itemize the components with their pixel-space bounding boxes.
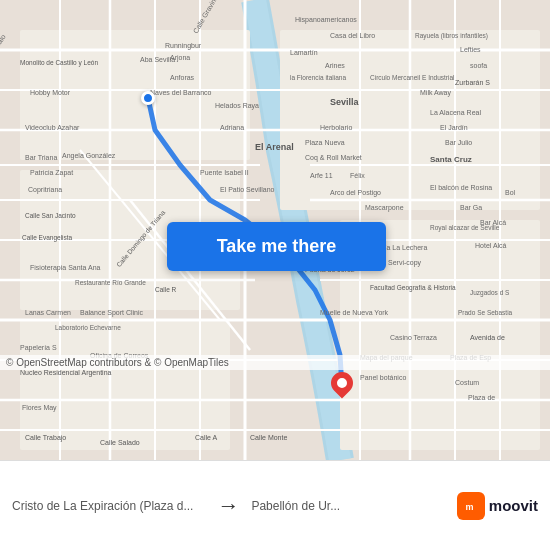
route-arrow: → [217, 493, 239, 519]
destination-label: Pabellón de Ur... [251, 499, 444, 513]
origin-marker [141, 91, 155, 105]
take-me-there-button[interactable]: Take me there [167, 222, 386, 271]
svg-text:Bar Julio: Bar Julio [445, 139, 472, 146]
svg-text:Milk Away: Milk Away [420, 89, 451, 97]
svg-text:El Patio Sevillano: El Patio Sevillano [220, 186, 275, 193]
svg-text:Costum: Costum [455, 379, 479, 386]
destination-label-container: Pabellón de Ur... [251, 499, 444, 513]
origin-label-container: Cristo de La Expiración (Plaza d... [12, 499, 205, 513]
svg-text:Calle Salado: Calle Salado [100, 439, 140, 446]
svg-text:Anforas: Anforas [170, 74, 195, 81]
svg-text:Servi-copy: Servi-copy [388, 259, 422, 267]
svg-text:Videoclub Azahar: Videoclub Azahar [25, 124, 80, 131]
svg-text:soofa: soofa [470, 62, 487, 69]
svg-text:Flores May: Flores May [22, 404, 57, 412]
svg-text:Calle R: Calle R [155, 286, 177, 293]
svg-text:Mascarpone: Mascarpone [365, 204, 404, 212]
svg-text:El Jardín: El Jardín [440, 124, 468, 131]
svg-text:Herbolario: Herbolario [320, 124, 352, 131]
copyright-notice: © OpenStreetMap contributors & © OpenMap… [0, 355, 550, 370]
svg-text:Casa del Libro: Casa del Libro [330, 32, 375, 39]
svg-text:Sevilla: Sevilla [330, 97, 360, 107]
svg-text:Calle Evangelista: Calle Evangelista [22, 234, 73, 242]
svg-text:Panel botánico: Panel botánico [360, 374, 406, 381]
svg-text:Lanas Carmen: Lanas Carmen [25, 309, 71, 316]
svg-text:Copritriana: Copritriana [28, 186, 62, 194]
svg-text:Arfe 11: Arfe 11 [310, 172, 333, 179]
svg-text:El Arenal: El Arenal [255, 142, 294, 152]
svg-text:Circulo Mercaneil E Industrial: Circulo Mercaneil E Industrial [370, 74, 455, 81]
moovit-logo: m moovit [457, 492, 538, 520]
svg-text:Muelle de Nueva York: Muelle de Nueva York [320, 309, 389, 316]
svg-text:Calle Monte: Calle Monte [250, 434, 287, 441]
svg-text:Bar Triana: Bar Triana [25, 154, 57, 161]
svg-text:El balcón de Rosina: El balcón de Rosina [430, 184, 492, 191]
svg-text:Helados Raya: Helados Raya [215, 102, 259, 110]
svg-text:Monolito de Castillo y León: Monolito de Castillo y León [20, 59, 98, 67]
svg-text:Prado Se Sebastia: Prado Se Sebastia [458, 309, 513, 316]
svg-text:Fisioterapia Santa Ana: Fisioterapia Santa Ana [30, 264, 101, 272]
svg-text:Plaza de: Plaza de [468, 394, 495, 401]
bottom-bar: Cristo de La Expiración (Plaza d... → Pa… [0, 460, 550, 550]
svg-text:Balance Sport Clinic: Balance Sport Clinic [80, 309, 144, 317]
svg-text:Lamartín: Lamartín [290, 49, 318, 56]
svg-text:Arines: Arines [325, 62, 345, 69]
svg-text:Avenida de: Avenida de [470, 334, 505, 341]
svg-text:Bar Ga: Bar Ga [460, 204, 482, 211]
svg-text:Aba Sevilla: Aba Sevilla [140, 56, 175, 63]
svg-text:Calle San Jacinto: Calle San Jacinto [25, 212, 76, 219]
svg-text:Runningbur: Runningbur [165, 42, 202, 50]
svg-text:Santa Cruz: Santa Cruz [430, 155, 472, 164]
svg-text:Royal alcazar de Seville: Royal alcazar de Seville [430, 224, 500, 232]
svg-text:Rayuela (libros infantiles): Rayuela (libros infantiles) [415, 32, 488, 40]
svg-text:Papelería S: Papelería S [20, 344, 57, 352]
moovit-svg: m [462, 497, 480, 515]
svg-text:Calle A: Calle A [195, 434, 218, 441]
svg-text:Lefties: Lefties [460, 46, 481, 53]
moovit-text: moovit [489, 497, 538, 514]
svg-text:la Florencia italiana: la Florencia italiana [290, 74, 346, 81]
svg-text:Plaza Nueva: Plaza Nueva [305, 139, 345, 146]
origin-label: Cristo de La Expiración (Plaza d... [12, 499, 205, 513]
svg-text:m: m [465, 501, 473, 511]
svg-text:Juzgados d S: Juzgados d S [470, 289, 510, 297]
svg-text:Angela González: Angela González [62, 152, 116, 160]
svg-text:Arco del Postigo: Arco del Postigo [330, 189, 381, 197]
svg-text:Facultad Geografía & Historia: Facultad Geografía & Historia [370, 284, 456, 292]
svg-text:Laboratorio Echevarne: Laboratorio Echevarne [55, 324, 121, 331]
svg-text:Coq & Roll Market: Coq & Roll Market [305, 154, 362, 162]
svg-text:Puente Isabel II: Puente Isabel II [200, 169, 249, 176]
svg-text:Zurbarán S: Zurbarán S [455, 79, 490, 86]
svg-text:Naves del Barranco: Naves del Barranco [150, 89, 212, 96]
moovit-icon: m [457, 492, 485, 520]
map-container: Hispanoamericanos Casa del Libro Rayuela… [0, 0, 550, 460]
svg-text:Félix: Félix [350, 172, 365, 179]
svg-text:Nucleo Residencial Argentina: Nucleo Residencial Argentina [20, 369, 112, 377]
svg-text:Restaurante Río Grande: Restaurante Río Grande [75, 279, 146, 286]
svg-text:Hotel Alcá: Hotel Alcá [475, 242, 507, 249]
svg-text:Calle Trabajo: Calle Trabajo [25, 434, 66, 442]
svg-text:Bol: Bol [505, 189, 516, 196]
svg-text:Casino Terraza: Casino Terraza [390, 334, 437, 341]
svg-text:Patricia Zapat: Patricia Zapat [30, 169, 73, 177]
svg-text:La Alacena Real: La Alacena Real [430, 109, 481, 116]
svg-text:Adriana: Adriana [220, 124, 244, 131]
svg-text:Hobby Motor: Hobby Motor [30, 89, 71, 97]
svg-text:Hispanoamericanos: Hispanoamericanos [295, 16, 357, 24]
